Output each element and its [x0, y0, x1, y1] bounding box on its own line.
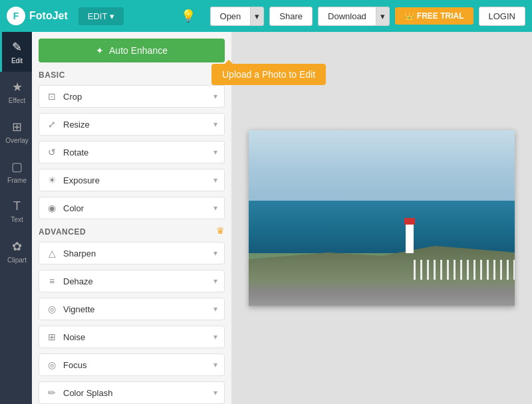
color-splash-icon: ✏	[46, 387, 58, 398]
chevron-down-icon: ▾	[213, 148, 217, 157]
download-dropdown-arrow[interactable]: ▾	[376, 7, 390, 26]
resize-tool[interactable]: ⤢ Resize ▾	[39, 113, 225, 136]
sidebar-item-text[interactable]: T Text	[0, 191, 32, 231]
upload-tooltip[interactable]: Upload a Photo to Edit	[211, 64, 326, 85]
icon-sidebar: ✎ Edit ★ Effect ⊞ Overlay ▢ Frame T Text…	[0, 32, 32, 404]
edit-icon: ✎	[12, 40, 22, 54]
lightbulb-icon: 💡	[181, 9, 196, 23]
edit-panel: ✦ Auto Enhance BASIC ⊡ Crop ▾ ⤢ Resize ▾…	[32, 32, 231, 404]
chevron-down-icon: ▾	[213, 203, 217, 213]
photo-fence	[414, 260, 515, 280]
open-button-group: Open ▾	[210, 7, 265, 26]
auto-enhance-icon: ✦	[96, 45, 104, 56]
chevron-down-icon: ▾	[380, 11, 385, 21]
sharpen-tool[interactable]: △ Sharpen ▾	[39, 242, 225, 264]
tips-button[interactable]: 💡	[172, 5, 205, 27]
resize-icon: ⤢	[46, 119, 58, 130]
crown-icon: 👑	[404, 11, 414, 21]
auto-enhance-button[interactable]: ✦ Auto Enhance	[39, 39, 225, 62]
color-splash-tool[interactable]: ✏ Color Splash ▾	[39, 381, 225, 404]
vignette-icon: ◎	[46, 304, 58, 314]
chevron-down-icon: ▾	[213, 249, 217, 258]
auto-enhance-label: Auto Enhance	[109, 45, 168, 56]
photo-container	[249, 130, 515, 306]
open-label: Open	[220, 11, 241, 21]
advanced-section-label: ADVANCED	[39, 227, 86, 237]
color-tool[interactable]: ◉ Color ▾	[39, 197, 225, 219]
basic-section-label: BASIC	[39, 70, 225, 80]
logo: F FotoJet	[7, 7, 68, 25]
crop-icon: ⊡	[46, 91, 58, 102]
chevron-down-icon: ▾	[213, 92, 217, 101]
navbar: F FotoJet EDIT ▾ 💡 Open ▾ Share Download…	[0, 0, 532, 32]
frame-icon: ▢	[11, 159, 23, 174]
text-icon: T	[13, 199, 21, 213]
download-button-group: Download ▾	[318, 7, 390, 26]
dehaze-tool[interactable]: ≡ Dehaze ▾	[39, 270, 225, 292]
login-label: LOGIN	[489, 11, 515, 21]
effect-icon: ★	[12, 80, 23, 94]
chevron-down-icon: ▾	[110, 11, 114, 21]
dehaze-icon: ≡	[46, 276, 58, 286]
sidebar-item-effect[interactable]: ★ Effect	[0, 72, 32, 112]
exposure-icon: ☀	[46, 175, 58, 185]
focus-icon: ◎	[46, 359, 58, 370]
sharpen-icon: △	[46, 248, 58, 258]
main-area: Upload a Photo to Edit ✎ Edit ★ Effect ⊞…	[0, 32, 532, 404]
color-icon: ◉	[46, 203, 58, 213]
sidebar-item-overlay[interactable]: ⊞ Overlay	[0, 112, 32, 152]
logo-icon: F	[7, 7, 25, 25]
chevron-down-icon: ▾	[213, 120, 217, 129]
edit-mode-dropdown[interactable]: EDIT ▾	[78, 7, 124, 25]
download-label: Download	[328, 11, 366, 21]
vignette-tool[interactable]: ◎ Vignette ▾	[39, 298, 225, 320]
chevron-down-icon: ▾	[255, 11, 259, 21]
chevron-down-icon: ▾	[213, 175, 217, 185]
chevron-down-icon: ▾	[213, 360, 217, 369]
rotate-icon: ↺	[46, 147, 58, 157]
chevron-down-icon: ▾	[213, 332, 217, 342]
freetrial-button[interactable]: 👑 FREE TRIAL	[395, 7, 473, 25]
chevron-down-icon: ▾	[213, 388, 217, 397]
open-dropdown-arrow[interactable]: ▾	[250, 7, 264, 26]
focus-tool[interactable]: ◎ Focus ▾	[39, 354, 225, 376]
exposure-tool[interactable]: ☀ Exposure ▾	[39, 169, 225, 191]
noise-icon: ⊞	[46, 332, 58, 342]
sidebar-item-clipart[interactable]: ✿ Clipart	[0, 231, 32, 271]
login-button[interactable]: LOGIN	[479, 7, 525, 26]
canvas-area[interactable]	[231, 32, 532, 404]
chevron-down-icon: ▾	[213, 304, 217, 314]
sidebar-item-frame[interactable]: ▢ Frame	[0, 152, 32, 191]
clipart-icon: ✿	[12, 239, 22, 254]
download-button[interactable]: Download	[318, 7, 376, 26]
overlay-icon: ⊞	[12, 120, 22, 134]
crop-tool[interactable]: ⊡ Crop ▾	[39, 85, 225, 108]
open-button[interactable]: Open	[210, 7, 251, 26]
noise-tool[interactable]: ⊞ Noise ▾	[39, 326, 225, 348]
share-button[interactable]: Share	[269, 7, 313, 26]
photo-water	[249, 201, 515, 254]
photo-image	[249, 130, 515, 306]
chevron-down-icon: ▾	[213, 276, 217, 286]
advanced-section-header: ADVANCED ♛	[39, 225, 225, 237]
share-label: Share	[279, 11, 303, 21]
rotate-tool[interactable]: ↺ Rotate ▾	[39, 141, 225, 163]
edit-mode-label: EDIT	[88, 11, 108, 21]
freetrial-label: FREE TRIAL	[417, 11, 464, 21]
photo-lighthouse	[406, 223, 414, 253]
crown-icon: ♛	[216, 225, 225, 236]
sidebar-item-edit[interactable]: ✎ Edit	[0, 32, 32, 72]
logo-text: FotoJet	[29, 10, 68, 22]
